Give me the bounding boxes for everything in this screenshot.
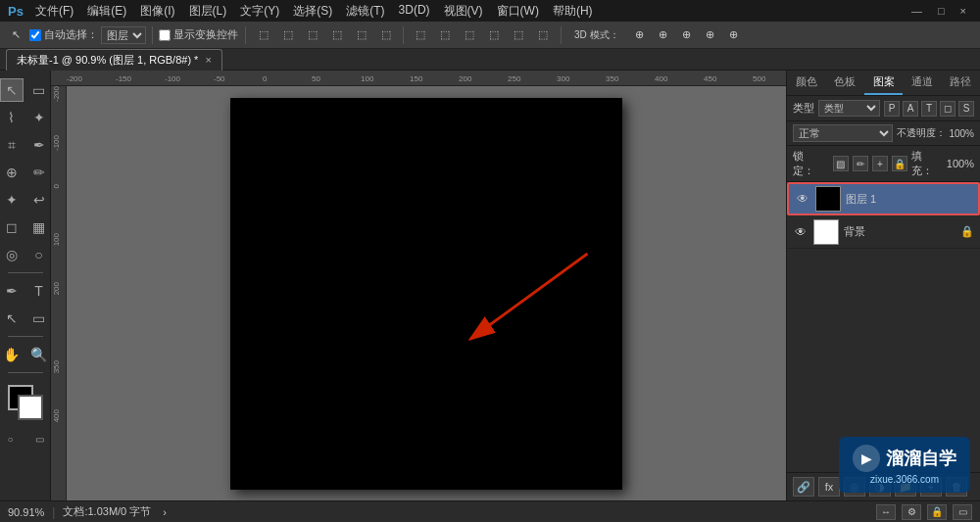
3d-tool-3[interactable]: ⊕ — [676, 25, 697, 44]
distribute-h[interactable]: ⬚ — [434, 25, 456, 44]
watermark: ▶ 溜溜自学 zixue.3066.com — [839, 437, 970, 493]
3d-tool-1[interactable]: ⊕ — [629, 25, 650, 44]
3d-tool-5[interactable]: ⊕ — [723, 25, 744, 44]
blur-icon[interactable]: ◎ — [0, 243, 24, 266]
menu-item-1[interactable]: 编辑(E) — [81, 1, 132, 22]
path-select-icon[interactable]: ↖ — [0, 307, 24, 330]
filter-adjustment-icon[interactable]: A — [903, 101, 918, 117]
auto-select-dropdown[interactable]: 图层 — [101, 26, 146, 44]
3d-mode[interactable]: 3D 模式： — [568, 25, 625, 45]
maximize-button[interactable]: □ — [932, 3, 951, 19]
brush-icon[interactable]: ✏ — [27, 161, 51, 184]
link-layers-button[interactable]: 🔗 — [793, 477, 814, 497]
blend-mode-select[interactable]: 正常 — [793, 124, 893, 142]
align-right[interactable]: ⬚ — [302, 25, 323, 44]
status-icon-3[interactable]: 🔒 — [927, 504, 947, 520]
align-center-v[interactable]: ⬚ — [351, 25, 372, 44]
layer-item-1[interactable]: 👁 图层 1 — [787, 182, 980, 215]
menu-item-2[interactable]: 图像(I) — [134, 1, 180, 22]
layer-bg-lock-icon: 🔒 — [960, 225, 974, 238]
screen-mode-icon[interactable]: ▭ — [28, 427, 52, 451]
align-bottom[interactable]: ⬚ — [375, 25, 397, 44]
title-bar-controls: — □ × — [906, 3, 972, 19]
menu-item-5[interactable]: 选择(S) — [287, 1, 338, 22]
move-tool-icon[interactable]: ↖ — [0, 78, 24, 102]
move-tool[interactable]: ↖ — [6, 25, 26, 44]
ruler-top: -200 -150 -100 -50 0 50 100 150 200 250 … — [51, 71, 786, 86]
gradient-icon[interactable]: ▦ — [27, 215, 51, 239]
layer-item-bg[interactable]: 👁 背景 🔒 — [787, 215, 980, 249]
panel-tab-paths[interactable]: 路径 — [942, 71, 980, 95]
zoom-tool-icon[interactable]: 🔍 — [27, 343, 51, 366]
filter-smartobj-icon[interactable]: S — [958, 101, 974, 117]
lock-image-icon[interactable]: ✏ — [853, 156, 868, 171]
minimize-button[interactable]: — — [906, 3, 928, 19]
3d-tools: ⊕ ⊕ ⊕ ⊕ ⊕ — [629, 25, 744, 44]
menu-item-4[interactable]: 文字(Y) — [234, 1, 285, 22]
eraser-icon[interactable]: ◻ — [0, 215, 24, 239]
background-color[interactable] — [18, 395, 43, 420]
tab-close-button[interactable]: × — [205, 54, 211, 66]
quick-mask-icon[interactable]: ○ — [0, 427, 23, 451]
lock-transparent-icon[interactable]: ▨ — [833, 156, 849, 171]
layer-bg-visibility[interactable]: 👁 — [793, 224, 808, 240]
layer-1-name: 图层 1 — [846, 192, 972, 207]
ruler-mark-50: 50 — [312, 74, 320, 83]
panel-tab-swatches[interactable]: 色板 — [825, 71, 863, 95]
dodge-icon[interactable]: ○ — [27, 243, 51, 266]
active-tab[interactable]: 未标量-1 @ 90.9% (图层 1, RGB/8#) * × — [6, 49, 222, 71]
3d-tool-2[interactable]: ⊕ — [653, 25, 673, 44]
pen-tool-icon[interactable]: ✒ — [0, 279, 24, 303]
distribute-right[interactable]: ⬚ — [459, 25, 480, 44]
filter-shape-icon[interactable]: ◻ — [940, 101, 956, 117]
show-transform-checkbox[interactable] — [159, 29, 171, 41]
menu-item-7[interactable]: 3D(D) — [393, 1, 436, 22]
hand-tool-icon[interactable]: ✋ — [0, 343, 24, 366]
healing-brush-icon[interactable]: ⊕ — [0, 161, 24, 184]
shape-tool-icon[interactable]: ▭ — [27, 307, 51, 330]
status-bar: 90.91% | 文档:1.03M/0 字节 › ↔ ⚙ 🔒 ▭ — [0, 500, 980, 522]
lasso-tool-icon[interactable]: ⌇ — [0, 106, 24, 129]
status-icon-4[interactable]: ▭ — [953, 504, 972, 520]
lock-all-icon[interactable]: 🔒 — [892, 156, 907, 171]
filter-pixel-icon[interactable]: P — [884, 101, 900, 117]
menu-item-9[interactable]: 窗口(W) — [491, 1, 545, 22]
menu-item-10[interactable]: 帮助(H) — [547, 1, 599, 22]
ruler-mark-400: 400 — [655, 74, 667, 83]
eyedropper-icon[interactable]: ✒ — [27, 133, 51, 157]
lock-position-icon[interactable]: + — [872, 156, 888, 171]
marquee-tool-icon[interactable]: ▭ — [27, 78, 51, 102]
crop-tool-icon[interactable]: ⌗ — [0, 133, 24, 157]
history-brush-icon[interactable]: ↩ — [27, 188, 51, 212]
canvas-container[interactable] — [67, 86, 786, 500]
status-icon-1[interactable]: ↔ — [876, 504, 896, 520]
align-top[interactable]: ⬚ — [326, 25, 348, 44]
panel-tab-layers[interactable]: 图案 — [864, 71, 903, 95]
status-icon-2[interactable]: ⚙ — [902, 504, 921, 520]
watermark-top: ▶ 溜溜自学 — [853, 445, 956, 472]
clone-stamp-icon[interactable]: ✦ — [0, 188, 24, 212]
layer-1-visibility[interactable]: 👁 — [795, 191, 810, 207]
panel-tab-color[interactable]: 颜色 — [787, 71, 825, 95]
3d-tool-4[interactable]: ⊕ — [700, 25, 720, 44]
align-center-h[interactable]: ⬚ — [277, 25, 299, 44]
menu-item-0[interactable]: 文件(F) — [29, 1, 79, 22]
distribute-bottom[interactable]: ⬚ — [532, 25, 554, 44]
menu-item-6[interactable]: 滤镜(T) — [340, 1, 390, 22]
filter-type-icon[interactable]: T — [921, 101, 937, 117]
close-button[interactable]: × — [955, 3, 972, 19]
fill-row: 填充： 100% — [911, 149, 974, 178]
auto-select-checkbox[interactable] — [29, 29, 41, 41]
distribute-v[interactable]: ⬚ — [508, 25, 529, 44]
distribute-left[interactable]: ⬚ — [410, 25, 431, 44]
add-style-button[interactable]: fx — [818, 477, 840, 497]
panel-tab-channels[interactable]: 通道 — [903, 71, 941, 95]
distribute-top[interactable]: ⬚ — [483, 25, 505, 44]
layer-filter-select[interactable]: 类型 — [818, 100, 880, 117]
canvas-shadow — [230, 98, 622, 490]
align-left[interactable]: ⬚ — [253, 25, 274, 44]
text-tool-icon[interactable]: T — [27, 279, 51, 303]
menu-item-8[interactable]: 视图(V) — [438, 1, 489, 22]
magic-wand-icon[interactable]: ✦ — [27, 106, 51, 129]
menu-item-3[interactable]: 图层(L) — [183, 1, 233, 22]
